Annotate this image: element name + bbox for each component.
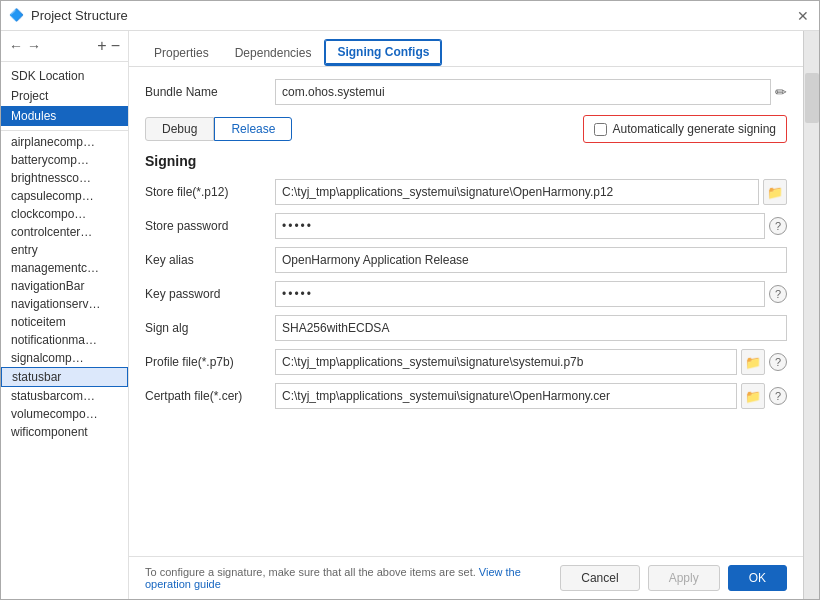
tab-dependencies[interactable]: Dependencies [222,40,325,65]
module-item-capsulecomp[interactable]: capsulecomp… [1,187,128,205]
store-file-input[interactable] [275,179,759,205]
module-item-airplanecomp[interactable]: airplanecomp… [1,133,128,151]
sidebar-item-sdk-location[interactable]: SDK Location [1,66,128,86]
bundle-name-input[interactable] [275,79,771,105]
profile-file-browse-button[interactable]: 📁 [741,349,765,375]
module-item-clockcompo[interactable]: clockcompo… [1,205,128,223]
module-item-noticeitem[interactable]: noticeitem [1,313,128,331]
nav-forward-button[interactable]: → [27,38,41,54]
release-button[interactable]: Release [214,117,292,141]
edit-icon[interactable]: ✏ [775,84,787,100]
tab-signing-configs[interactable]: Signing Configs [324,39,442,66]
panel-content: Bundle Name ✏ Debug Release Automaticall… [129,67,803,556]
module-item-controlcenter[interactable]: controlcenter… [1,223,128,241]
key-alias-input[interactable] [275,247,787,273]
certpath-file-help-icon[interactable]: ? [769,387,787,405]
module-item-brightnessco[interactable]: brightnessco… [1,169,128,187]
sign-alg-input[interactable] [275,315,787,341]
module-item-navigationbar[interactable]: navigationBar [1,277,128,295]
store-password-help-icon[interactable]: ? [769,217,787,235]
tabs-bar: Properties Dependencies Signing Configs [129,31,803,67]
store-password-label: Store password [145,219,275,233]
module-item-entry[interactable]: entry [1,241,128,259]
project-structure-window: 🔷 Project Structure ✕ ← → + − SDK Locati… [0,0,820,600]
module-item-navigationserv[interactable]: navigationserv… [1,295,128,313]
sign-alg-row: Sign alg [145,315,787,341]
store-file-row: Store file(*.p12) 📁 [145,179,787,205]
module-item-signalcomp[interactable]: signalcomp… [1,349,128,367]
tab-properties[interactable]: Properties [141,40,222,65]
module-item-volumecompo[interactable]: volumecompo… [1,405,128,423]
module-item-statusbarcom[interactable]: statusbarcom… [1,387,128,405]
right-edge-panel [803,31,819,599]
certpath-file-label: Certpath file(*.cer) [145,389,275,403]
sidebar-item-modules[interactable]: Modules [1,106,128,126]
auto-sign-checkbox[interactable] [594,123,607,136]
ok-button[interactable]: OK [728,565,787,591]
store-password-row: Store password ? [145,213,787,239]
sidebar: ← → + − SDK Location Project Modules air… [1,31,129,599]
certpath-file-browse-button[interactable]: 📁 [741,383,765,409]
title-bar: 🔷 Project Structure ✕ [1,1,819,31]
module-item-batterycomp[interactable]: batterycomp… [1,151,128,169]
key-alias-label: Key alias [145,253,275,267]
bundle-name-label: Bundle Name [145,85,275,99]
store-file-browse-button[interactable]: 📁 [763,179,787,205]
bundle-name-row: Bundle Name ✏ [145,79,787,105]
footer: To configure a signature, make sure that… [129,556,803,599]
main-panel: Properties Dependencies Signing Configs … [129,31,803,599]
add-module-button[interactable]: + [97,37,106,55]
key-password-input[interactable] [275,281,765,307]
module-item-wificomponent[interactable]: wificomponent [1,423,128,441]
key-password-help-icon[interactable]: ? [769,285,787,303]
key-alias-row: Key alias [145,247,787,273]
cancel-button[interactable]: Cancel [560,565,639,591]
store-password-input[interactable] [275,213,765,239]
profile-file-label: Profile file(*.p7b) [145,355,275,369]
certpath-file-row: Certpath file(*.cer) 📁 ? [145,383,787,409]
close-button[interactable]: ✕ [795,8,811,24]
signing-section-title: Signing [145,153,787,169]
sidebar-nav: SDK Location Project Modules [1,62,128,131]
profile-file-input[interactable] [275,349,737,375]
footer-buttons: Cancel Apply OK [560,565,787,591]
remove-module-button[interactable]: − [111,37,120,55]
nav-back-button[interactable]: ← [9,38,23,54]
module-item-managementc[interactable]: managementc… [1,259,128,277]
store-file-label: Store file(*.p12) [145,185,275,199]
debug-release-row: Debug Release Automatically generate sig… [145,115,787,143]
key-password-label: Key password [145,287,275,301]
title-text: Project Structure [31,8,795,23]
auto-sign-label: Automatically generate signing [613,122,776,136]
footer-hint: To configure a signature, make sure that… [145,566,560,590]
module-item-notificationma[interactable]: notificationma… [1,331,128,349]
sidebar-item-project[interactable]: Project [1,86,128,106]
debug-button[interactable]: Debug [145,117,214,141]
profile-file-row: Profile file(*.p7b) 📁 ? [145,349,787,375]
right-edge-item-1[interactable] [805,73,819,123]
profile-file-help-icon[interactable]: ? [769,353,787,371]
title-icon: 🔷 [9,8,25,24]
module-list: airplanecomp… batterycomp… brightnessco…… [1,131,128,599]
key-password-row: Key password ? [145,281,787,307]
module-item-statusbar[interactable]: statusbar [1,367,128,387]
toggle-buttons: Debug Release [145,117,292,141]
auto-sign-box: Automatically generate signing [583,115,787,143]
sidebar-header: ← → + − [1,31,128,62]
apply-button[interactable]: Apply [648,565,720,591]
certpath-file-input[interactable] [275,383,737,409]
sign-alg-label: Sign alg [145,321,275,335]
